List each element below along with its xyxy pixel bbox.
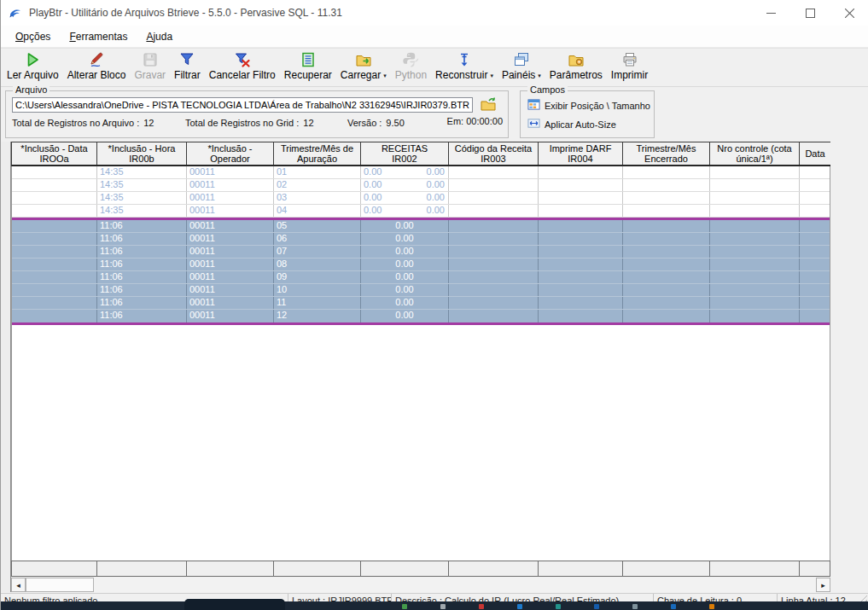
table-row[interactable]: 11:0600011080.00: [12, 259, 830, 271]
toolbar-button-reconstruir[interactable]: Reconstruir▾: [431, 50, 498, 82]
recover-icon: [300, 51, 317, 68]
maximize-button[interactable]: [790, 0, 830, 26]
grid-cell: [623, 271, 710, 283]
panels-icon: [513, 51, 530, 68]
scroll-left-button[interactable]: ◂: [11, 578, 26, 592]
exibir-posicao-button[interactable]: Exibir Posição \ Tamanho: [527, 98, 650, 113]
column-header-codigo-da-receita-ir003[interactable]: Código da ReceitaIR003: [449, 142, 539, 165]
footer-cell: [539, 561, 623, 576]
scroll-right-button[interactable]: ▸: [816, 578, 830, 592]
dropdown-caret-icon: ▾: [490, 73, 493, 78]
grid-cell: [449, 259, 539, 270]
table-row[interactable]: 11:0600011060.00: [12, 233, 830, 246]
grid-cell: [539, 246, 623, 258]
minimize-button[interactable]: [751, 0, 790, 26]
grid-cell: 00011: [187, 310, 274, 322]
toolbar-button-paineis[interactable]: Painéis▾: [498, 50, 545, 82]
horizontal-scrollbar[interactable]: ◂ ▸: [11, 578, 830, 592]
column-header-trimestre-mes-de-apuracao[interactable]: Trimestre/Mês deApuração: [274, 142, 361, 165]
toolbar-label: Imprimir: [611, 69, 648, 81]
toolbar-button-cancelar-filtro[interactable]: Cancelar Filtro: [205, 50, 280, 82]
menu-item-ferramentas[interactable]: Ferramentas: [60, 27, 137, 46]
file-path-input[interactable]: [12, 97, 473, 113]
close-button[interactable]: [830, 0, 868, 26]
aplicar-autosize-button[interactable]: Aplicar Auto-Size: [527, 117, 616, 131]
toolbar-label: Recuperar: [284, 69, 332, 81]
grid-cell: [623, 220, 710, 232]
grid-cell: 0.00: [361, 310, 449, 322]
folder-open-icon: [480, 102, 497, 115]
grid-cell: [539, 205, 623, 217]
grid-cell: [710, 259, 800, 270]
grid-cell: [710, 246, 800, 258]
grid-cell: 00011: [187, 166, 274, 178]
column-header-inclusao-operador[interactable]: *Inclusão -Operador: [187, 142, 274, 165]
taskbar-app-icon: [594, 604, 599, 609]
toolbar-button-ler-arquivo[interactable]: Ler Arquivo: [3, 50, 63, 82]
table-row[interactable]: 14:3500011040.000.00: [12, 205, 830, 218]
menu-item-opcoes[interactable]: Opções: [6, 27, 60, 46]
grid-cell: [800, 284, 830, 296]
grid-cell: 08: [274, 259, 361, 270]
grid-cell: 14:35: [97, 192, 187, 204]
grid-cell: [449, 246, 539, 258]
table-row[interactable]: 14:3500011030.000.00: [12, 192, 830, 205]
taskbar-app-icon: [479, 604, 484, 609]
grid-cell: 11:06: [97, 271, 187, 283]
grid-cell: [539, 259, 623, 270]
table-row[interactable]: 11:0600011050.00: [12, 220, 830, 233]
table-row[interactable]: 11:0600011110.00: [12, 297, 830, 310]
grid-cell: 00011: [187, 246, 274, 258]
browse-file-button[interactable]: [478, 96, 498, 114]
column-header-imprime-darf-ir004[interactable]: Imprime DARFIR004: [539, 142, 623, 165]
grid-cell: [623, 246, 710, 258]
toolbar-button-recuperar[interactable]: Recuperar: [280, 50, 336, 82]
toolbar-label: Carregar: [341, 69, 381, 81]
toolbar-button-parametros[interactable]: Parâmetros: [545, 50, 607, 82]
taskbar-app-icon: [632, 604, 638, 609]
column-header-data[interactable]: Data: [800, 142, 830, 165]
toolbar-button-filtrar[interactable]: Filtrar: [170, 50, 205, 82]
taskbar-app-icon: [402, 604, 407, 609]
toolbar-button-carregar[interactable]: Carregar▾: [336, 50, 391, 82]
grid-cell: [623, 297, 710, 309]
column-header-nro-controle-cota-unica-1[interactable]: Nro controle (cotaúnica/1ª): [710, 142, 800, 165]
grid-cell: 0.000.00: [361, 179, 449, 191]
rebuild-icon: [456, 51, 473, 68]
column-header-receitas-ir002[interactable]: RECEITASIR002: [361, 142, 449, 165]
toolbar-button-alterar-bloco[interactable]: Alterar Bloco: [63, 50, 131, 82]
grid-cell: [539, 297, 623, 309]
grid-cell: [800, 310, 830, 322]
taskbar-app-icon: [440, 604, 446, 609]
table-row[interactable]: 11:0600011070.00: [12, 246, 830, 259]
table-row[interactable]: 11:0600011090.00: [12, 271, 830, 284]
grid-cell: 0.000.00: [361, 205, 449, 217]
grid-cell: [800, 297, 830, 309]
grid-cell: [800, 259, 830, 270]
table-row[interactable]: 11:0600011100.00: [12, 284, 830, 297]
grid-cell: 00011: [187, 220, 274, 232]
grid-cell: [449, 284, 539, 296]
column-header-inclusao-data-irooa[interactable]: *Inclusão - DataIROOa: [12, 142, 97, 165]
footer-cell: [449, 561, 539, 576]
grid-cell: [449, 192, 539, 204]
app-logo-icon: [9, 6, 22, 20]
grid-cell: 04: [274, 205, 361, 217]
window-title: PlayBtr - Utilitário de Arquivos Btrieve…: [29, 7, 342, 19]
menu-item-ajuda[interactable]: Ajuda: [137, 27, 182, 46]
column-header-trimestre-mes-encerrado[interactable]: Trimestre/MêsEncerrado: [623, 142, 710, 165]
column-header-inclusao-hora-ir00b[interactable]: *Inclusão - HoraIR00b: [97, 142, 187, 165]
campos-group-label: Campos: [527, 84, 568, 95]
selected-rows-block: 11:0600011050.0011:0600011060.0011:06000…: [11, 218, 830, 325]
load-icon: [355, 51, 372, 68]
footer-cell: [710, 561, 800, 576]
grid-cell: [12, 233, 97, 245]
table-row[interactable]: 11:0600011120.00: [12, 310, 830, 322]
scrollbar-thumb[interactable]: [26, 578, 94, 592]
grid-cell: [800, 179, 830, 191]
toolbar-button-imprimir[interactable]: Imprimir: [607, 50, 652, 82]
grid-cell: 11:06: [97, 233, 187, 245]
table-row[interactable]: 14:3500011020.000.00: [12, 179, 830, 192]
aplicar-autosize-label: Aplicar Auto-Size: [545, 119, 616, 130]
table-row[interactable]: 14:3500011010.000.00: [12, 166, 830, 179]
